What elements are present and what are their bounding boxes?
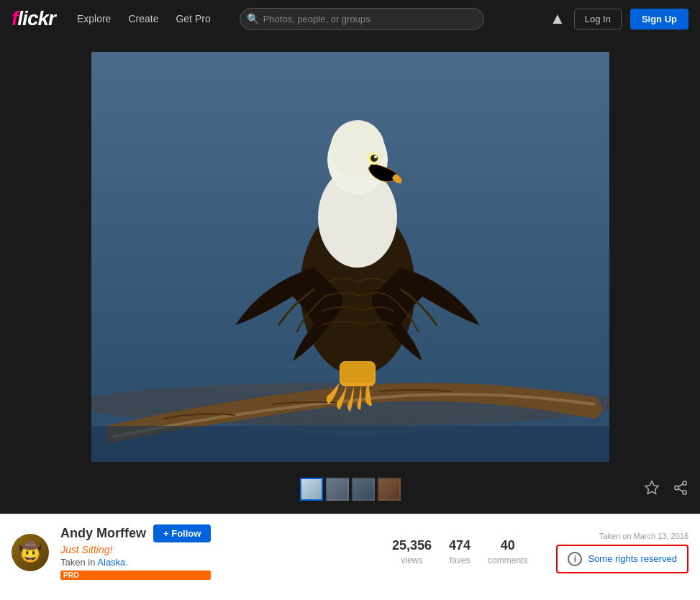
svg-point-8: [374, 155, 377, 158]
thumbnail-3[interactable]: [352, 478, 375, 501]
info-bar: 🤠 Andy Morffew + Follow Just Sitting! Ta…: [0, 514, 700, 590]
eagle-svg: [91, 52, 609, 462]
stat-faves: 474 faves: [449, 538, 471, 566]
stats-section: 25,356 views 474 faves 40 comments Taken…: [392, 532, 688, 573]
thumbnail-1[interactable]: [300, 478, 323, 501]
stat-comments: 40 comments: [488, 538, 527, 566]
upload-icon[interactable]: ▲: [550, 9, 565, 28]
views-value: 25,356: [392, 538, 432, 553]
photo-action-buttons: [641, 477, 691, 502]
signup-button[interactable]: Sign Up: [630, 9, 688, 29]
main-nav: Explore Create Get Pro: [70, 9, 218, 29]
follow-button[interactable]: + Follow: [153, 524, 211, 542]
favorite-button[interactable]: [641, 477, 663, 502]
faves-value: 474: [449, 538, 471, 553]
svg-point-15: [675, 486, 679, 490]
svg-point-7: [371, 155, 378, 162]
nav-create[interactable]: Create: [121, 9, 165, 29]
svg-point-16: [683, 490, 687, 494]
svg-point-12: [286, 424, 429, 435]
navbar-right: ▲ Log In Sign Up: [550, 9, 688, 29]
pro-badge: PRO: [60, 571, 211, 580]
search-icon: 🔍: [247, 13, 259, 24]
navbar: flickr Explore Create Get Pro 🔍 ▲ Log In…: [0, 0, 700, 37]
search-input[interactable]: [240, 8, 484, 30]
photo-location: Taken in Alaska.: [60, 557, 211, 568]
share-icon: [673, 480, 688, 496]
thumbnail-2[interactable]: [326, 478, 349, 501]
svg-line-17: [678, 488, 683, 491]
nav-getpro[interactable]: Get Pro: [168, 9, 217, 29]
svg-marker-13: [645, 481, 658, 493]
comments-value: 40: [488, 538, 527, 553]
star-icon: [644, 480, 660, 496]
svg-rect-10: [341, 361, 374, 383]
thumbnail-4[interactable]: [378, 478, 401, 501]
logo-rest: lickr: [17, 7, 55, 29]
photo-strip-actions: [0, 462, 700, 514]
info-icon: i: [568, 552, 582, 566]
photo-container: [0, 37, 700, 462]
user-name-row: Andy Morffew + Follow: [60, 524, 211, 542]
svg-line-18: [678, 483, 683, 486]
nav-explore[interactable]: Explore: [70, 9, 118, 29]
main-photo[interactable]: [91, 52, 609, 462]
user-info: Andy Morffew + Follow Just Sitting! Take…: [60, 524, 211, 580]
svg-point-14: [683, 481, 687, 485]
photo-title: Just Sitting!: [60, 544, 211, 555]
faves-label: faves: [450, 555, 471, 565]
search-bar: 🔍: [240, 8, 484, 30]
photo-wrapper: [91, 52, 609, 462]
location-link[interactable]: Alaska.: [97, 557, 128, 568]
views-label: views: [401, 555, 422, 565]
user-name: Andy Morffew: [60, 526, 146, 541]
share-button[interactable]: [670, 477, 691, 502]
thumbnail-strip: [300, 469, 401, 509]
avatar[interactable]: 🤠: [12, 534, 49, 571]
comments-label: comments: [488, 555, 527, 565]
flickr-logo[interactable]: flickr: [12, 7, 55, 30]
license-link[interactable]: Some rights reserved: [588, 553, 677, 564]
login-button[interactable]: Log In: [574, 9, 622, 29]
taken-on: Taken on March 13, 2016: [556, 532, 688, 540]
stat-views: 25,356 views: [392, 538, 432, 566]
license-box[interactable]: i Some rights reserved: [556, 545, 688, 573]
